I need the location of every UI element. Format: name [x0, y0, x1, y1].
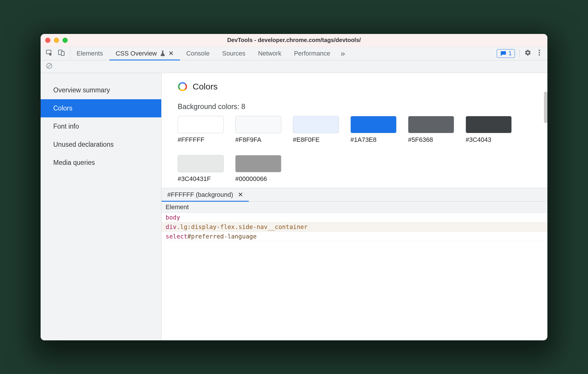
sidebar: Overview summaryColorsFont infoUnused de… — [41, 73, 162, 340]
clear-icon[interactable] — [46, 62, 53, 70]
sidebar-item-media-queries[interactable]: Media queries — [41, 154, 161, 172]
tab-label: Network — [258, 50, 281, 57]
swatch-label: #E8F0FE — [293, 136, 339, 144]
svg-point-3 — [539, 49, 540, 51]
color-swatch[interactable]: #F8F9FA — [235, 116, 281, 144]
tab-label: Elements — [77, 50, 103, 57]
selector-part: .lg:display-flex — [177, 224, 235, 230]
color-swatch[interactable]: #FFFFFF — [178, 116, 224, 144]
inspect-icon[interactable] — [46, 49, 53, 58]
detail-tab[interactable]: #FFFFFF (background) ✕ — [162, 188, 249, 201]
color-swatch[interactable]: #00000066 — [235, 155, 281, 183]
scrollbar-thumb[interactable] — [544, 91, 547, 123]
device-toggle-icon[interactable] — [58, 49, 65, 58]
color-swatch[interactable]: #5F6368 — [408, 116, 454, 144]
message-icon — [500, 50, 507, 57]
issues-count: 1 — [509, 50, 512, 57]
section-title: Colors — [193, 82, 218, 91]
more-menu-button[interactable] — [536, 49, 543, 58]
svg-point-4 — [539, 52, 540, 53]
more-tabs-button[interactable]: » — [337, 47, 349, 60]
swatch-chip — [350, 116, 397, 133]
settings-button[interactable] — [524, 49, 531, 58]
swatch-label: #1A73E8 — [350, 136, 397, 144]
color-swatch[interactable]: #3C40431F — [178, 155, 224, 183]
sidebar-item-font-info[interactable]: Font info — [41, 117, 161, 136]
tab-performance[interactable]: Performance — [288, 47, 337, 60]
color-swatch[interactable]: #1A73E8 — [350, 116, 397, 144]
svg-rect-0 — [46, 50, 51, 54]
close-window-button[interactable] — [45, 38, 50, 43]
swatch-label: #3C40431F — [178, 175, 224, 183]
table-row[interactable]: div.lg:display-flex.side-nav__container — [162, 222, 547, 232]
tab-strip: ElementsCSS Overview✕ConsoleSourcesNetwo… — [41, 47, 547, 60]
selector-part: select — [166, 233, 187, 240]
svg-point-5 — [539, 54, 540, 56]
colors-section: Colors Background colors: 8 #FFFFFF#F8F9… — [162, 73, 547, 188]
tab-css-overview[interactable]: CSS Overview✕ — [109, 47, 180, 60]
close-tab-button[interactable]: ✕ — [168, 50, 174, 57]
table-row[interactable]: body — [162, 213, 547, 222]
color-swatch[interactable]: #E8F0FE — [293, 116, 339, 144]
swatch-chip — [466, 116, 512, 133]
swatch-label: #00000066 — [235, 175, 281, 183]
tab-label: CSS Overview — [116, 50, 157, 57]
swatch-grid: #FFFFFF#F8F9FA#E8F0FE#1A73E8#5F6368#3C40… — [178, 116, 531, 183]
table-header: Element — [162, 202, 547, 213]
selector-part: div — [166, 224, 177, 230]
window-title: DevTools - developer.chrome.com/tags/dev… — [41, 37, 547, 43]
minimize-window-button[interactable] — [54, 38, 59, 43]
svg-rect-2 — [61, 51, 64, 56]
tab-label: Sources — [222, 50, 245, 57]
detail-panel: #FFFFFF (background) ✕ Element bodydiv.l… — [162, 188, 547, 340]
swatch-label: #F8F9FA — [235, 136, 281, 144]
sidebar-item-overview-summary[interactable]: Overview summary — [41, 81, 161, 99]
titlebar: DevTools - developer.chrome.com/tags/dev… — [41, 34, 547, 47]
svg-line-7 — [47, 64, 51, 68]
content-pane: Colors Background colors: 8 #FFFFFF#F8F9… — [162, 73, 547, 340]
tab-network[interactable]: Network — [252, 47, 288, 60]
selector-part: .side-nav__container — [235, 224, 308, 230]
color-ring-icon — [178, 82, 187, 91]
tab-elements[interactable]: Elements — [70, 47, 109, 60]
sidebar-item-unused-declarations[interactable]: Unused declarations — [41, 136, 161, 154]
tab-sources[interactable]: Sources — [216, 47, 252, 60]
tab-label: Console — [186, 50, 210, 57]
selector-part: body — [166, 214, 180, 221]
selector-part: #preferred-language — [187, 233, 257, 240]
swatch-label: #FFFFFF — [178, 136, 224, 144]
tab-console[interactable]: Console — [180, 47, 216, 60]
experiment-icon — [159, 50, 166, 57]
sidebar-item-colors[interactable]: Colors — [41, 99, 161, 117]
issues-button[interactable]: 1 — [497, 49, 515, 58]
main-area: Overview summaryColorsFont infoUnused de… — [41, 73, 547, 340]
maximize-window-button[interactable] — [62, 38, 68, 43]
swatch-chip — [408, 116, 454, 133]
section-subtitle: Background colors: 8 — [178, 102, 531, 111]
swatch-chip — [178, 155, 224, 172]
detail-table: Element bodydiv.lg:display-flex.side-nav… — [162, 202, 547, 340]
close-detail-tab-button[interactable]: ✕ — [238, 191, 243, 199]
devtools-window: DevTools - developer.chrome.com/tags/dev… — [41, 34, 547, 340]
swatch-chip — [235, 155, 281, 172]
color-swatch[interactable]: #3C4043 — [466, 116, 512, 144]
overview-toolbar — [41, 60, 547, 73]
table-row[interactable]: select#preferred-language — [162, 232, 547, 241]
detail-tab-label: #FFFFFF (background) — [167, 191, 233, 199]
swatch-chip — [178, 116, 224, 133]
swatch-label: #3C4043 — [466, 136, 512, 144]
swatch-label: #5F6368 — [408, 136, 454, 144]
window-controls — [45, 38, 68, 43]
swatch-chip — [235, 116, 281, 133]
swatch-chip — [293, 116, 339, 133]
tab-label: Performance — [294, 50, 330, 57]
